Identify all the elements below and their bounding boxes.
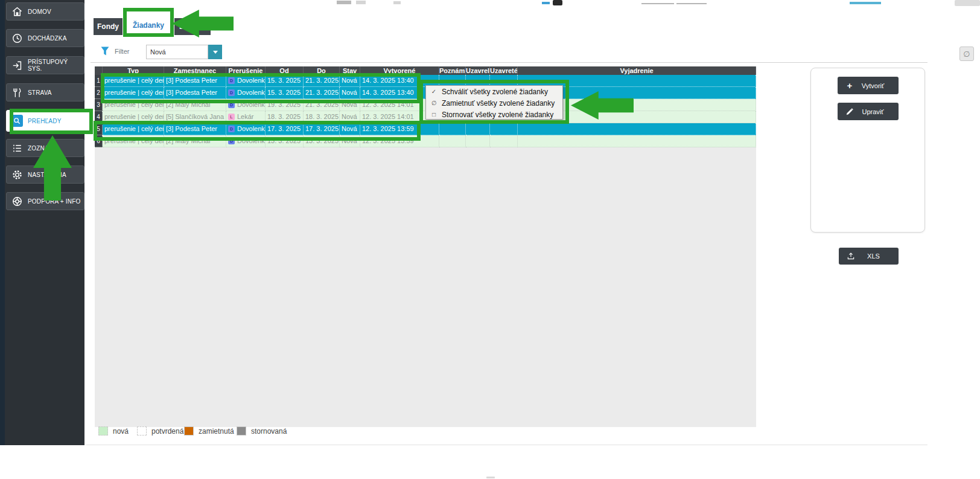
browser-chrome-fragment — [641, 3, 674, 4]
filter-status-select[interactable]: Nová — [146, 45, 208, 59]
legend-item-zamietnuta: zamietnutá — [184, 426, 234, 436]
browser-chrome-fragment — [850, 2, 881, 4]
cell-uzavrete — [490, 123, 518, 135]
export-xls-button[interactable]: XLS — [839, 248, 899, 265]
clear-selection-button[interactable]: ∅ — [959, 47, 974, 61]
filter-label: Filter — [115, 48, 129, 55]
create-button-label: Vytvoriť — [854, 82, 891, 89]
sidebar-item-label: DOCHÁDZKA — [28, 35, 67, 42]
legend-item-nova: nová — [98, 426, 129, 436]
sidebar-item-domov[interactable]: DOMOV — [6, 2, 84, 21]
cell-uzavrel — [466, 135, 490, 147]
list-icon — [11, 142, 23, 154]
sidebar: DOMOV DOCHÁDZKA PRÍSTUPOVÝ SYS. STRAVA P — [0, 0, 84, 445]
content-divider — [91, 62, 928, 63]
column-header-uzavrel[interactable]: Uzavrel — [466, 66, 490, 75]
edit-button-label: Upraviť — [854, 108, 891, 115]
edit-button[interactable]: Upraviť — [838, 103, 899, 120]
legend-swatch-stornovana — [237, 426, 246, 436]
cell-uzavrete — [490, 135, 518, 147]
sidebar-item-label: PRÍSTUPOVÝ SYS. — [28, 59, 84, 72]
create-button[interactable]: + Vytvoriť — [838, 77, 899, 94]
chevron-down-icon — [213, 51, 218, 54]
annotation-box-prehlady — [10, 109, 93, 134]
legend-swatch-nova — [98, 426, 108, 436]
browser-chrome-fragment — [676, 3, 707, 4]
export-button-label: XLS — [856, 252, 891, 260]
browser-chrome-fragment — [393, 1, 401, 4]
sidebar-item-strava[interactable]: STRAVA — [6, 83, 84, 101]
legend-label: potvrdená — [151, 427, 183, 436]
cell-poznamka — [439, 135, 466, 147]
login-arrow-icon — [11, 59, 23, 71]
legend-label: nová — [113, 427, 129, 436]
clock-icon — [11, 32, 23, 44]
sidebar-edge-strip — [0, 0, 5, 445]
sidebar-item-dochadzka[interactable]: DOCHÁDZKA — [6, 29, 84, 47]
column-header-poznamka[interactable]: Poznámka — [439, 66, 466, 75]
annotation-box-rows-1-2 — [101, 73, 421, 103]
filter-dropdown-button[interactable] — [208, 45, 222, 59]
browser-chrome-fragment — [337, 1, 351, 4]
plus-icon: + — [845, 80, 854, 91]
cutlery-icon — [11, 86, 23, 98]
interruption-label: Lekár — [237, 113, 254, 120]
home-icon — [11, 5, 23, 18]
cell-poznamka — [439, 123, 466, 135]
legend-swatch-zamietnuta — [184, 426, 194, 436]
browser-chrome-fragment — [955, 0, 980, 6]
app-window: DOMOV DOCHÁDZKA PRÍSTUPOVÝ SYS. STRAVA P — [0, 0, 980, 479]
sidebar-item-label: STRAVA — [28, 89, 52, 96]
gear-icon — [11, 169, 23, 181]
column-header-uzavrete[interactable]: Uzavreté — [490, 66, 518, 75]
legend-label: zamietnutá — [199, 427, 234, 436]
slash-circle-icon: ∅ — [963, 50, 970, 59]
browser-chrome-fragment — [553, 0, 562, 5]
legend-item-potvrdena: potvrdená — [137, 426, 183, 436]
upload-icon — [846, 252, 856, 260]
browser-chrome-fragment — [542, 2, 550, 4]
annotation-box-context-menu — [419, 80, 569, 124]
sidebar-item-label: DOMOV — [28, 8, 51, 15]
legend-item-stornovana: stornovaná — [237, 426, 287, 436]
filter-funnel-icon — [101, 47, 109, 59]
cell-vyjadrenie — [518, 123, 756, 135]
page-artifact — [486, 477, 495, 478]
browser-chrome-fragment — [356, 1, 366, 4]
panel-bottom-border — [86, 445, 928, 445]
support-wheel-icon — [11, 195, 23, 207]
pencil-icon — [845, 108, 854, 116]
annotation-box-row-5 — [94, 121, 421, 141]
sidebar-item-pristupovy-sys[interactable]: PRÍSTUPOVÝ SYS. — [6, 56, 84, 74]
legend-swatch-potvrdena — [137, 426, 147, 436]
annotation-box-tab-ziadanky — [123, 8, 174, 37]
cell-vyjadrenie — [518, 135, 756, 147]
tab-fondy[interactable]: Fondy — [94, 18, 122, 35]
interruption-type-badge: L — [228, 114, 235, 120]
legend-label: stornovaná — [251, 427, 287, 436]
cell-uzavrel — [466, 123, 490, 135]
column-header-vyjadrenie[interactable]: Vyjadrenie — [518, 66, 756, 75]
